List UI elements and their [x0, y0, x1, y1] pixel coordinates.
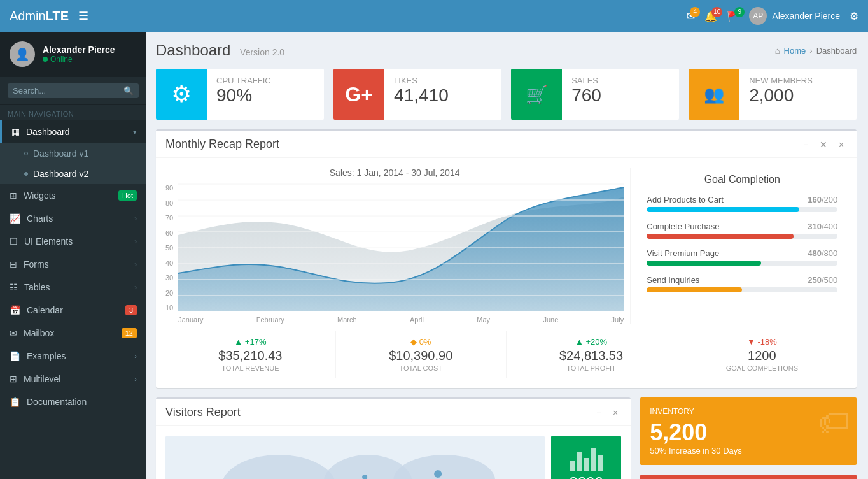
stat-cost: ◆ 0% $10,390.90 TOTAL COST [336, 331, 507, 378]
breadcrumb-home-link[interactable]: Home [784, 46, 806, 55]
tasks-button[interactable]: 🚩 9 [727, 10, 739, 22]
bar-3 [584, 458, 589, 471]
map-dot-3 [434, 470, 442, 478]
visitors-report-box: Visitors Report − × [156, 397, 631, 479]
world-map-svg [165, 436, 545, 479]
x-label-jul: July [612, 316, 624, 324]
visitors-body: 8390 VISITORS [156, 426, 631, 479]
progress-bar-wrap-inquiries [647, 287, 837, 292]
sidebar-item-tables[interactable]: ☷ Tables › [0, 276, 146, 299]
widgets-icon: ⊞ [10, 190, 17, 201]
sidebar-avatar: 👤 [10, 41, 35, 67]
likes-content: LIKES 41,410 [384, 69, 501, 120]
visitors-minimize-button[interactable]: − [593, 406, 605, 419]
sidebar-item-calendar[interactable]: 📅 Calendar 3 [0, 299, 146, 322]
breadcrumb-current: Dashboard [816, 46, 857, 55]
goal-completion-panel: Goal Completion Add Products to Cart 160… [637, 168, 847, 324]
monthly-report-box: Monthly Recap Report − ✕ × Sales: 1 Jan,… [156, 129, 857, 388]
bar-1 [570, 461, 575, 471]
small-box-inventory: INVENTORY 5,200 50% Increase in 30 Days … [640, 397, 857, 465]
user-menu[interactable]: AP Alexander Pierce [749, 7, 840, 25]
notifications-button[interactable]: 🔔 10 [704, 10, 717, 22]
members-label: NEW MEMBERS [749, 76, 813, 85]
page-title-wrap: Dashboard Version 2.0 [156, 41, 284, 59]
completions-change: ▼ -18% [683, 337, 841, 347]
x-label-apr: April [410, 316, 424, 324]
brand-text: Admin [10, 9, 46, 23]
progress-bar-wrap-premium [647, 261, 837, 266]
notifications-badge: 10 [711, 7, 722, 17]
sales-value: 760 [571, 85, 669, 106]
dot-icon [24, 152, 28, 155]
goal-item-cart: Add Products to Cart 160/200 [647, 195, 837, 212]
goal-label-cart: Add Products to Cart [647, 195, 724, 204]
info-box-cpu: ⚙ CPU TRAFFIC 90% [156, 69, 324, 120]
profit-label: TOTAL PROFIT [513, 364, 670, 372]
brand-logo[interactable]: AdminLTE [10, 9, 69, 24]
minimize-button[interactable]: − [800, 138, 811, 151]
close-button[interactable]: × [836, 138, 847, 151]
stat-profit: ▲ +20% $24,813.53 TOTAL PROFIT [507, 331, 677, 378]
info-box-sales: 🛒 SALES 760 [511, 69, 679, 120]
search-box: 🔍 [8, 83, 139, 98]
y-label-50: 50 [165, 244, 173, 252]
navbar-right: ✉ 4 🔔 10 🚩 9 AP Alexander Pierce ⚙ [687, 7, 858, 25]
dot-icon-active [24, 172, 28, 176]
bar-4 [591, 448, 596, 471]
sidebar-item-mailbox[interactable]: ✉ Mailbox 12 [0, 322, 146, 345]
multilevel-icon: ⊞ [10, 374, 17, 384]
stat-completions: ▼ -18% 1200 GOAL COMPLETIONS [676, 331, 847, 378]
search-input[interactable] [13, 86, 123, 96]
sidebar-item-ui-elements[interactable]: ☐ UI Elements › [0, 230, 146, 253]
visitors-header: Visitors Report − × [156, 399, 631, 426]
chevron-right-icon-ui: › [134, 238, 137, 245]
visitors-section: Visitors Report − × [156, 397, 857, 479]
sidebar-toggle-button[interactable]: ☰ [78, 9, 88, 23]
cart-icon: 🛒 [511, 69, 562, 120]
sidebar-item-forms[interactable]: ⊟ Forms › [0, 253, 146, 276]
goal-value-purchase: 310/400 [808, 222, 837, 231]
page-title: Dashboard Version 2.0 [156, 41, 284, 59]
sidebar-item-dashboard[interactable]: ▦ Dashboard ▾ [0, 120, 146, 143]
sidebar-user-panel: 👤 Alexander Pierce Online [0, 32, 146, 77]
sidebar-item-label-dashboard: Dashboard [26, 127, 70, 137]
arrow-zero-icon: ◆ [410, 337, 417, 347]
inventory-value: 5,200 [650, 419, 847, 446]
box-tools: − ✕ × [800, 138, 847, 151]
sidebar: 👤 Alexander Pierce Online 🔍 MAIN NAVIGAT… [0, 32, 146, 479]
sidebar-item-examples[interactable]: 📄 Examples › [0, 345, 146, 368]
sidebar-item-label-mailbox: Mailbox [24, 328, 54, 338]
sidebar-item-widgets[interactable]: ⊞ Widgets Hot [0, 184, 146, 207]
goal-value-inquiries: 250/500 [808, 275, 837, 285]
sidebar-item-charts[interactable]: 📈 Charts › [0, 207, 146, 230]
settings-button[interactable]: ⚙ [850, 10, 858, 22]
charts-icon: 📈 [10, 213, 20, 224]
goal-completion: Goal Completion Add Products to Cart 160… [647, 168, 837, 308]
sidebar-item-multilevel[interactable]: ⊞ Multilevel › [0, 368, 146, 390]
status-dot [43, 57, 48, 62]
sidebar-item-label-calendar: Calendar [27, 305, 63, 315]
goal-item-inquiries: Send Inquiries 250/500 [647, 275, 837, 292]
cog-icon: ⚙ [850, 11, 858, 22]
breadcrumb: ⌂ Home › Dashboard [775, 46, 857, 55]
visitors-close-button[interactable]: × [610, 406, 621, 419]
messages-button[interactable]: ✉ 4 [687, 10, 695, 22]
sidebar-item-label-charts: Charts [27, 213, 53, 224]
search-button[interactable]: 🔍 [123, 86, 134, 96]
forms-icon: ⊟ [10, 259, 17, 269]
sidebar-user-name: Alexander Pierce [43, 45, 115, 55]
cpu-icon: ⚙ [156, 69, 207, 120]
page-subtitle: Version 2.0 [240, 47, 284, 57]
bar-2 [577, 452, 582, 471]
sidebar-item-dashboard-v2[interactable]: Dashboard v2 [0, 164, 146, 184]
chevron-right-icon-tables: › [134, 283, 137, 291]
chart-subtitle: Sales: 1 Jan, 2014 - 30 Jul, 2014 [165, 168, 624, 178]
mailbox-badge: 12 [122, 328, 137, 338]
sidebar-item-label-ui: UI Elements [24, 236, 73, 247]
sidebar-item-documentation[interactable]: 📋 Documentation [0, 390, 146, 413]
y-label-60: 60 [165, 229, 173, 237]
profit-change: ▲ +20% [513, 337, 670, 347]
configure-button[interactable]: ✕ [816, 138, 830, 151]
goal-value-cart: 160/200 [808, 195, 837, 204]
sidebar-item-dashboard-v1[interactable]: Dashboard v1 [0, 143, 146, 164]
